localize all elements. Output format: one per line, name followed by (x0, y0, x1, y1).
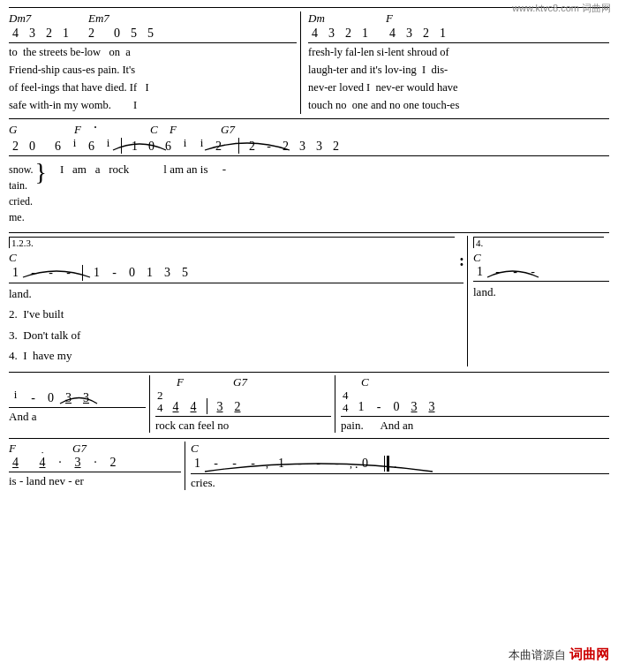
note: 0 (44, 391, 57, 405)
note: 2 (9, 140, 22, 154)
chord-g: G (9, 123, 28, 137)
repeat-dots: : (459, 253, 464, 268)
dot-above: · (41, 447, 44, 457)
note: 6 (85, 140, 98, 154)
chord-row-s5-1: F G7 (9, 442, 181, 456)
chord-row-1-right: Dm F (308, 11, 609, 26)
note: 5 (178, 266, 192, 280)
note: i (9, 388, 22, 402)
chord-f: F (386, 11, 411, 26)
note: 3 (408, 400, 421, 414)
timesig-2-4: 2 4 (157, 389, 163, 415)
note: 1 (90, 266, 103, 280)
chord-c: C (150, 123, 166, 137)
note: 6 (51, 140, 64, 154)
chord-row-s4-3: C (341, 375, 609, 389)
comma-mark: , (266, 457, 268, 471)
note: 1 (191, 457, 204, 471)
lyrics-section-2: snow. tain. cried. me. } I am a rock l a… (9, 158, 609, 225)
note: 1 (473, 265, 486, 279)
timesig-top: 4 (343, 389, 349, 402)
note: 3 (26, 26, 39, 41)
brace-group: snow. tain. cried. me. (9, 162, 34, 225)
sheet-music-page: www.ktvc8.com 词曲网 Dm7 Em7 4 3 2 1 2 (0, 0, 618, 672)
note: 1 (128, 140, 141, 154)
note: 3 (79, 391, 93, 405)
note: 2 (245, 140, 259, 154)
lyric-line: touch no one and no one touch-es (308, 96, 609, 114)
note: - (312, 457, 325, 471)
lyric-line: safe with-in my womb. I (9, 96, 297, 114)
note: i (68, 136, 81, 150)
note: - (26, 391, 40, 405)
bar-line (238, 138, 239, 154)
double-bar-line (384, 456, 389, 472)
lyric-line: to the streets be-low on a (9, 43, 297, 61)
note: 4 (187, 400, 200, 414)
lyrics-block-1-left: to the streets be-low on a Friend-ship c… (9, 43, 297, 114)
note: 3 (72, 456, 85, 470)
note: 3 (296, 140, 309, 154)
comma-mark2: , (350, 457, 352, 471)
lyric-line: nev-er loved I nev-er would have (308, 79, 609, 96)
note: 3 (161, 266, 174, 280)
note: 0 (390, 400, 403, 414)
chord-row-1-left: Dm7 Em7 (9, 11, 297, 26)
note: 2 (212, 140, 225, 154)
lyric-s4-1: And a (9, 410, 146, 424)
lyric-line: fresh-ly fal-len si-lent shroud of (308, 43, 609, 61)
bar-line (121, 138, 122, 154)
note: 3 (62, 391, 75, 405)
note: 1 (355, 400, 368, 414)
note: 4 (386, 26, 399, 41)
notes-volta2: 1 - - - (473, 265, 609, 282)
divider-2 (9, 232, 609, 233)
divider-3 (9, 372, 609, 373)
note: 4 (170, 400, 183, 414)
timesig-bottom: 4 (343, 402, 349, 414)
lyric-land-2: land. (473, 282, 609, 302)
note: - (293, 457, 306, 471)
note: 0 (358, 457, 372, 471)
bar-line (82, 265, 83, 281)
lyric-s5-1: is - land nev - er (9, 474, 181, 488)
note: 3 (313, 140, 326, 154)
lyric-tain: tain. (9, 177, 34, 193)
note: 2 (231, 400, 245, 414)
lyric-verse-2: 2. I've built (9, 304, 464, 324)
notes-seg4-1: i - 0 3 3 (9, 391, 146, 408)
seg4-3: C 4 4 1 - 0 3 3 pain. And an (335, 375, 609, 434)
lyrics-volta2: land. (473, 282, 609, 302)
chord-g7-2: G7 (221, 123, 237, 137)
lyric-s4-2: rock can feel no (155, 419, 331, 433)
notes-volta1: 1 - - - 1 - 0 1 3 5 (9, 265, 464, 283)
chord-g7-s5: G7 (72, 442, 97, 456)
chord-f1: F (74, 123, 94, 137)
chord-f-s5: F (9, 442, 34, 456)
note: 1 (9, 266, 22, 280)
seg5-1: F G7 4 4 · · 3 · 2 is - land nev - er (9, 442, 185, 490)
note: - (262, 140, 275, 154)
section-5: F G7 4 4 · · 3 · 2 is - land nev - er C (9, 442, 609, 490)
notes-row-s5-1: 4 4 · · 3 · 2 (9, 456, 181, 472)
note-space (27, 456, 31, 470)
note: - (491, 265, 504, 279)
note: 2 (42, 26, 56, 41)
notes-row-s4-1: i - 0 3 3 (9, 391, 146, 408)
brace-symbol: } (35, 160, 47, 185)
attribution-site1: 词曲网 (569, 646, 609, 663)
chord-f2: F (170, 123, 185, 137)
notes-seg5-2: · · 1 - - - , 1 - - - , 0 (191, 456, 609, 474)
notes-row-2: 2 0 6 i 6 i 1 0 6 i i 2 2 - 2 3 3 2 (9, 138, 609, 156)
note: 3 (214, 400, 227, 414)
note: i (102, 136, 115, 150)
note: 1 (436, 26, 449, 41)
note: 2 (342, 26, 355, 41)
timesig-bottom: 4 (157, 402, 163, 414)
note: 2 (107, 456, 120, 470)
note: - (62, 266, 75, 280)
notes-row-s5-2: 1 - - - , 1 - - - , 0 (191, 456, 609, 474)
notes-row-1-left: 4 3 2 1 2 0 5 5 (9, 26, 297, 43)
seg4-2: F G7 2 4 4 4 3 2 rock can feel no (150, 375, 335, 434)
section-1: Dm7 Em7 4 3 2 1 2 0 5 5 (9, 11, 609, 114)
